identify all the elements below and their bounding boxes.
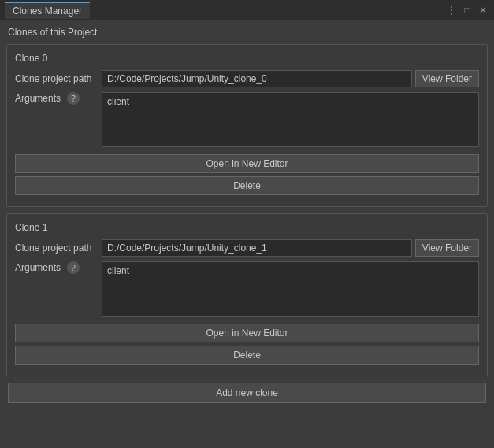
clone-1-open-editor-button[interactable]: Open in New Editor xyxy=(15,324,479,342)
clone-1-view-folder-button[interactable]: View Folder xyxy=(415,239,479,257)
three-dots-button[interactable]: ⋮ xyxy=(445,4,458,17)
clone-0-path-row: Clone project path View Folder xyxy=(15,70,479,87)
title-bar: Clones Manager ⋮ □ ✕ xyxy=(0,0,494,20)
clone-1-card: Clone 1 Clone project path View Folder A… xyxy=(6,213,488,376)
clone-0-path-input[interactable] xyxy=(102,70,412,87)
clone-0-arguments-label: Arguments ? xyxy=(15,92,102,105)
clone-1-path-input[interactable] xyxy=(102,239,412,257)
clone-0-view-folder-button[interactable]: View Folder xyxy=(415,70,479,87)
clone-1-help-icon[interactable]: ? xyxy=(67,261,80,274)
three-dots-icon: ⋮ xyxy=(447,5,456,16)
close-button[interactable]: ✕ xyxy=(477,4,489,17)
maximize-button[interactable]: □ xyxy=(461,4,474,17)
main-content: Clones of this Project Clone 0 Clone pro… xyxy=(0,20,494,448)
clone-1-arguments-label: Arguments ? xyxy=(15,261,102,274)
clone-1-delete-button[interactable]: Delete xyxy=(15,346,479,365)
clone-0-open-editor-button[interactable]: Open in New Editor xyxy=(15,154,479,173)
window-title: Clones Manager xyxy=(13,6,82,17)
clone-0-card: Clone 0 Clone project path View Folder A… xyxy=(6,44,488,207)
clone-1-textarea-wrapper: client xyxy=(102,261,479,319)
clone-0-path-label: Clone project path xyxy=(15,73,102,84)
clone-0-arguments-textarea[interactable]: client xyxy=(102,92,479,147)
maximize-icon: □ xyxy=(464,5,470,16)
title-bar-controls: ⋮ □ ✕ xyxy=(445,4,489,17)
clone-0-help-icon[interactable]: ? xyxy=(67,92,80,105)
add-new-clone-button[interactable]: Add new clone xyxy=(8,383,486,403)
clone-0-textarea-wrapper: client xyxy=(102,92,479,150)
clone-0-arguments-row: Arguments ? client xyxy=(15,92,479,150)
section-title: Clones of this Project xyxy=(6,27,488,38)
clone-0-delete-button[interactable]: Delete xyxy=(15,176,479,195)
clone-1-header: Clone 1 xyxy=(15,222,479,233)
clone-1-path-row: Clone project path View Folder xyxy=(15,239,479,257)
clone-0-header: Clone 0 xyxy=(15,53,479,64)
clone-1-arguments-textarea[interactable]: client xyxy=(102,261,479,317)
close-icon: ✕ xyxy=(479,5,487,16)
clone-1-arguments-row: Arguments ? client xyxy=(15,261,479,319)
clone-1-path-label: Clone project path xyxy=(15,243,102,254)
title-tab: Clones Manager xyxy=(5,2,90,19)
